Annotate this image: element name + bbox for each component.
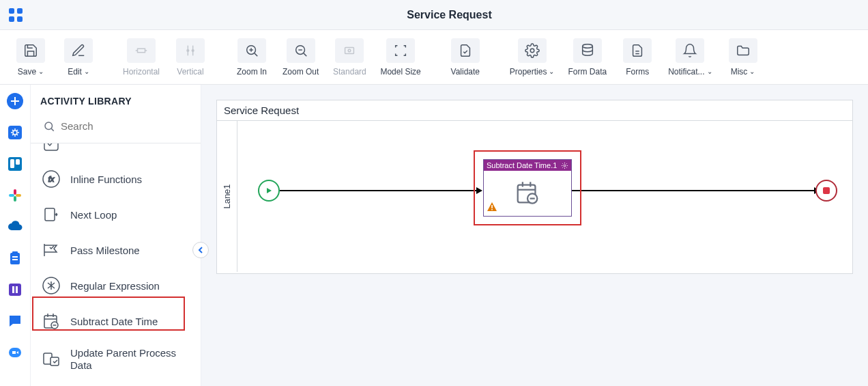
folder-icon: [729, 38, 757, 63]
activity-item-update-parent[interactable]: Update Parent Process Data: [31, 339, 201, 380]
pause-icon[interactable]: [5, 280, 25, 299]
collapse-sidebar-button[interactable]: [192, 242, 209, 258]
properties-label: Properties: [510, 67, 547, 77]
activity-item-inline-functions[interactable]: fx Inline Functions: [31, 161, 201, 197]
svg-point-20: [530, 49, 534, 53]
activity-sidebar: ACTIVITY LIBRARY fx Inline Functions Nex…: [31, 85, 201, 386]
save-label: Save: [18, 67, 36, 77]
activity-label: Update Parent Process Data: [70, 347, 190, 372]
search-input[interactable]: [40, 116, 191, 136]
gear-icon: [518, 38, 547, 63]
chat-icon[interactable]: [5, 312, 25, 331]
canvas-area: Service Request Lane1: [201, 85, 868, 386]
database-icon: [573, 38, 602, 63]
activity-label: Pass Milestone: [70, 245, 140, 256]
add-button[interactable]: [5, 92, 25, 111]
activity-list: fx Inline Functions Next Loop Pass Miles…: [31, 143, 201, 386]
svg-rect-37: [12, 251, 18, 254]
flow-edge: [572, 190, 814, 191]
model-size-icon: [386, 38, 415, 63]
svg-point-21: [582, 44, 592, 48]
lane-label: Lane1: [222, 184, 232, 208]
trello-icon[interactable]: [5, 154, 25, 174]
slack-icon[interactable]: [5, 186, 25, 205]
svg-point-19: [349, 49, 351, 52]
zoom-out-button[interactable]: Zoom Out: [276, 34, 326, 81]
svg-rect-39: [12, 259, 18, 260]
form-data-button[interactable]: Form Data: [561, 34, 613, 81]
gear-icon[interactable]: [561, 162, 568, 169]
cloud-icon[interactable]: [5, 217, 25, 236]
zoom-in-button[interactable]: Zoom In: [228, 34, 276, 81]
settings-rail-icon[interactable]: [5, 123, 25, 142]
svg-text:fx: fx: [48, 175, 55, 183]
milestone-icon: [42, 240, 61, 260]
svg-rect-33: [16, 194, 21, 197]
svg-rect-30: [10, 159, 14, 168]
model-size-label: Model Size: [380, 67, 420, 77]
forms-button[interactable]: Forms: [613, 34, 661, 81]
svg-rect-2: [9, 16, 14, 22]
activity-item-pass-milestone[interactable]: Pass Milestone: [31, 232, 201, 268]
svg-rect-41: [12, 286, 14, 293]
misc-button[interactable]: Misc⌄: [719, 34, 767, 81]
form-data-label: Form Data: [568, 67, 607, 77]
chevron-down-icon: ⌄: [549, 68, 554, 75]
activity-item[interactable]: [31, 143, 201, 161]
notifications-label: Notificat...: [668, 67, 704, 77]
lane-body[interactable]: Subtract Date Time.1: [237, 121, 852, 272]
svg-point-44: [45, 122, 53, 130]
standard-label: Standard: [333, 67, 366, 77]
activity-label: Next Loop: [70, 209, 117, 221]
end-node[interactable]: [815, 180, 837, 202]
activity-label: Regular Expression: [70, 280, 160, 292]
validate-button[interactable]: Validate: [442, 34, 489, 81]
search-icon: [43, 120, 55, 133]
svg-rect-4: [138, 49, 145, 53]
svg-rect-35: [9, 194, 14, 197]
svg-rect-66: [491, 205, 493, 208]
clipboard-icon[interactable]: [5, 249, 25, 268]
top-header: Service Request: [0, 0, 868, 30]
activity-item-regex[interactable]: Regular Expression: [31, 268, 201, 303]
align-vertical-icon: [176, 38, 205, 63]
zoom-in-icon: [237, 38, 266, 63]
properties-button[interactable]: Properties⌄: [503, 34, 562, 81]
activity-label: Subtract Date Time: [70, 316, 158, 327]
activity-node-subtract-date-time[interactable]: Subtract Date Time.1: [483, 159, 572, 217]
validate-icon: [451, 38, 480, 63]
svg-rect-27: [8, 126, 22, 139]
bell-icon: [676, 38, 704, 63]
svg-rect-49: [45, 208, 55, 221]
edit-button[interactable]: Edit⌄: [55, 34, 102, 81]
activity-item-subtract-date-time[interactable]: Subtract Date Time: [31, 303, 201, 339]
calendar-minus-icon: [514, 179, 541, 206]
misc-label: Misc: [731, 67, 748, 77]
zoom-out-icon: [287, 38, 315, 63]
toolbar: Save⌄ Edit⌄ Horizontal Vertical Zoom In …: [0, 30, 868, 85]
activity-item-next-loop[interactable]: Next Loop: [31, 197, 201, 232]
save-icon: [16, 38, 45, 63]
process-canvas[interactable]: Service Request Lane1: [216, 100, 853, 274]
vertical-button[interactable]: Vertical: [167, 34, 214, 81]
model-size-button[interactable]: Model Size: [373, 34, 427, 81]
svg-rect-0: [9, 8, 14, 14]
chevron-down-icon: ⌄: [749, 68, 755, 75]
app-grid-icon[interactable]: [0, 8, 31, 23]
standard-button[interactable]: Standard: [326, 34, 373, 81]
svg-line-16: [304, 53, 306, 56]
flow-edge: [280, 190, 478, 191]
svg-point-9: [187, 49, 189, 51]
svg-rect-40: [9, 284, 21, 296]
sidebar-header: ACTIVITY LIBRARY: [31, 85, 201, 113]
notifications-button[interactable]: Notificat...⌄: [661, 34, 719, 81]
start-node[interactable]: [258, 180, 280, 202]
canvas-title: Service Request: [217, 100, 852, 121]
horizontal-button[interactable]: Horizontal: [116, 34, 167, 81]
save-button[interactable]: Save⌄: [7, 34, 55, 81]
chevron-down-icon: ⌄: [38, 68, 44, 75]
edit-icon: [64, 38, 93, 63]
chevron-down-icon: ⌄: [84, 68, 89, 75]
video-icon[interactable]: [5, 343, 25, 362]
edit-label: Edit: [68, 67, 82, 77]
